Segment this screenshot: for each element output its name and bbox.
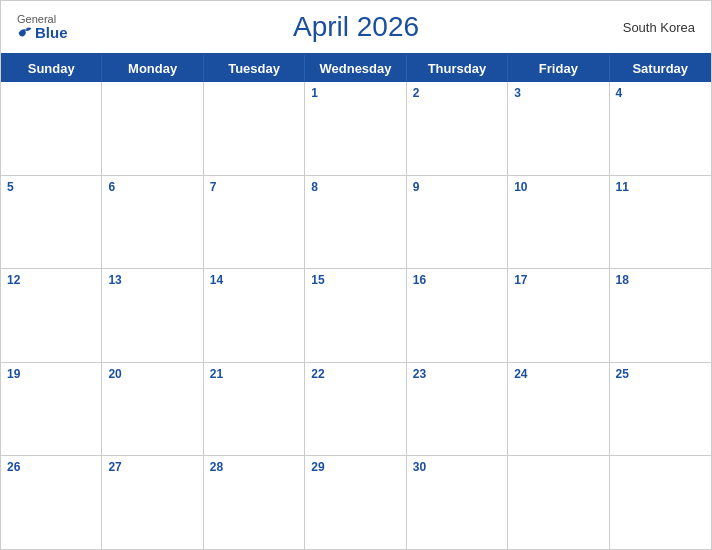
day-cell-3-5: 24 xyxy=(508,363,609,456)
week-row-2: 567891011 xyxy=(1,176,711,270)
day-cell-1-1: 6 xyxy=(102,176,203,269)
day-cell-0-2 xyxy=(204,82,305,175)
day-cell-4-1: 27 xyxy=(102,456,203,549)
country-label: South Korea xyxy=(623,20,695,35)
day-cell-2-0: 12 xyxy=(1,269,102,362)
day-cell-2-3: 15 xyxy=(305,269,406,362)
day-cell-3-1: 20 xyxy=(102,363,203,456)
day-cell-3-4: 23 xyxy=(407,363,508,456)
header-sunday: Sunday xyxy=(1,55,102,82)
day-cell-1-6: 11 xyxy=(610,176,711,269)
day-number: 28 xyxy=(210,460,298,474)
day-number: 16 xyxy=(413,273,501,287)
logo-bird-icon xyxy=(17,26,33,40)
day-number: 4 xyxy=(616,86,705,100)
day-number: 20 xyxy=(108,367,196,381)
day-number: 1 xyxy=(311,86,399,100)
day-number: 7 xyxy=(210,180,298,194)
day-cell-0-3: 1 xyxy=(305,82,406,175)
day-cell-4-6 xyxy=(610,456,711,549)
day-number: 23 xyxy=(413,367,501,381)
day-cell-3-6: 25 xyxy=(610,363,711,456)
day-number: 15 xyxy=(311,273,399,287)
day-cell-4-0: 26 xyxy=(1,456,102,549)
day-number: 14 xyxy=(210,273,298,287)
day-number: 17 xyxy=(514,273,602,287)
day-number: 6 xyxy=(108,180,196,194)
day-number: 21 xyxy=(210,367,298,381)
day-cell-3-3: 22 xyxy=(305,363,406,456)
weeks-container: 1234567891011121314151617181920212223242… xyxy=(1,82,711,549)
day-cell-0-6: 4 xyxy=(610,82,711,175)
header-thursday: Thursday xyxy=(407,55,508,82)
day-number: 30 xyxy=(413,460,501,474)
day-headers: Sunday Monday Tuesday Wednesday Thursday… xyxy=(1,55,711,82)
week-row-5: 2627282930 xyxy=(1,456,711,549)
logo: General Blue xyxy=(17,14,68,40)
day-number: 25 xyxy=(616,367,705,381)
day-number: 18 xyxy=(616,273,705,287)
day-cell-1-4: 9 xyxy=(407,176,508,269)
day-number: 8 xyxy=(311,180,399,194)
day-number: 22 xyxy=(311,367,399,381)
day-cell-0-0 xyxy=(1,82,102,175)
week-row-1: 1234 xyxy=(1,82,711,176)
day-cell-0-4: 2 xyxy=(407,82,508,175)
header-wednesday: Wednesday xyxy=(305,55,406,82)
day-cell-3-0: 19 xyxy=(1,363,102,456)
day-cell-2-6: 18 xyxy=(610,269,711,362)
day-number: 12 xyxy=(7,273,95,287)
day-number: 10 xyxy=(514,180,602,194)
logo-blue-text: Blue xyxy=(17,25,68,40)
day-number: 3 xyxy=(514,86,602,100)
day-cell-1-2: 7 xyxy=(204,176,305,269)
day-cell-1-3: 8 xyxy=(305,176,406,269)
day-number: 9 xyxy=(413,180,501,194)
day-cell-4-2: 28 xyxy=(204,456,305,549)
day-number: 5 xyxy=(7,180,95,194)
day-cell-2-4: 16 xyxy=(407,269,508,362)
day-number: 11 xyxy=(616,180,705,194)
calendar-grid: Sunday Monday Tuesday Wednesday Thursday… xyxy=(1,53,711,549)
day-cell-0-5: 3 xyxy=(508,82,609,175)
day-cell-0-1 xyxy=(102,82,203,175)
day-cell-2-1: 13 xyxy=(102,269,203,362)
day-number: 19 xyxy=(7,367,95,381)
header-saturday: Saturday xyxy=(610,55,711,82)
header-monday: Monday xyxy=(102,55,203,82)
day-number: 24 xyxy=(514,367,602,381)
day-cell-1-5: 10 xyxy=(508,176,609,269)
day-number: 27 xyxy=(108,460,196,474)
day-number: 2 xyxy=(413,86,501,100)
day-number: 29 xyxy=(311,460,399,474)
day-number: 26 xyxy=(7,460,95,474)
day-cell-4-4: 30 xyxy=(407,456,508,549)
day-cell-3-2: 21 xyxy=(204,363,305,456)
day-cell-2-5: 17 xyxy=(508,269,609,362)
calendar-header: General Blue April 2026 South Korea xyxy=(1,1,711,53)
week-row-3: 12131415161718 xyxy=(1,269,711,363)
day-cell-4-3: 29 xyxy=(305,456,406,549)
header-tuesday: Tuesday xyxy=(204,55,305,82)
day-number: 13 xyxy=(108,273,196,287)
week-row-4: 19202122232425 xyxy=(1,363,711,457)
calendar-wrapper: General Blue April 2026 South Korea Sund… xyxy=(0,0,712,550)
month-title: April 2026 xyxy=(293,11,419,43)
day-cell-4-5 xyxy=(508,456,609,549)
day-cell-1-0: 5 xyxy=(1,176,102,269)
day-cell-2-2: 14 xyxy=(204,269,305,362)
header-friday: Friday xyxy=(508,55,609,82)
